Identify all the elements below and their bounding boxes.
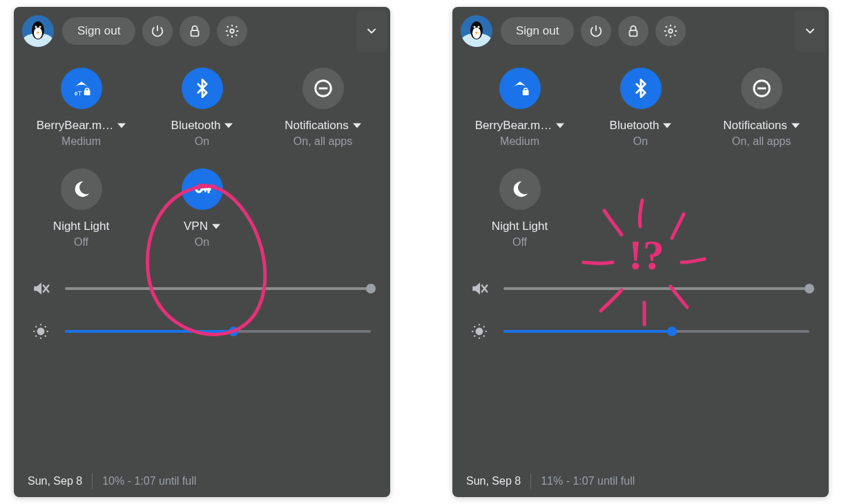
chevron-down-icon: [556, 122, 564, 130]
brightness-thumb[interactable]: [229, 327, 238, 336]
dnd-icon: [302, 68, 344, 109]
brightness-fill: [503, 330, 672, 333]
brightness-slider[interactable]: [65, 330, 371, 333]
status-footer: Sun, Sep 8 10% - 1:07 until full: [14, 474, 390, 489]
sign-out-button[interactable]: Sign out: [501, 17, 574, 45]
svg-point-25: [474, 26, 476, 28]
volume-mute-icon[interactable]: [29, 280, 52, 298]
toggle-nightlight-label: Night Light: [492, 220, 548, 233]
volume-mute-icon[interactable]: [468, 280, 491, 298]
footer-battery: 10% - 1:07 until full: [102, 475, 196, 487]
sliders-area: [14, 249, 390, 348]
svg-rect-9: [85, 88, 88, 91]
bluetooth-icon: [620, 68, 662, 109]
toggle-vpn[interactable]: VPN On: [142, 168, 262, 249]
toggle-notifications[interactable]: Notifications On, all apps: [262, 68, 383, 148]
svg-point-35: [477, 329, 483, 335]
chevron-down-icon: [791, 122, 800, 130]
settings-button[interactable]: [655, 16, 686, 46]
wifi-icon: 0⊤: [61, 68, 102, 109]
toggle-notifications[interactable]: Notifications On, all apps: [701, 68, 822, 148]
toggle-notifications-status: On, all apps: [732, 135, 791, 148]
toggle-nightlight[interactable]: Night Light Off: [459, 168, 580, 249]
toggle-notifications-label-row[interactable]: Notifications: [285, 119, 361, 133]
toggle-nightlight[interactable]: Night Light Off: [21, 168, 142, 249]
svg-rect-6: [191, 30, 199, 36]
toggle-notifications-label-row[interactable]: Notifications: [723, 119, 800, 133]
quick-toggles-grid: BerryBear.m… Medium Bluetooth On: [452, 55, 829, 249]
toggle-notifications-status: On, all apps: [294, 135, 352, 148]
settings-button[interactable]: [217, 16, 247, 46]
power-button[interactable]: [581, 16, 611, 46]
toggle-wifi-label-row[interactable]: BerryBear.m…: [37, 119, 126, 133]
lock-icon: [187, 23, 202, 39]
svg-point-26: [478, 26, 480, 28]
brightness-icon[interactable]: [29, 322, 52, 340]
svg-point-20: [38, 329, 44, 335]
nightlight-icon: [499, 168, 541, 210]
toggle-notifications-label: Notifications: [285, 119, 349, 133]
toggle-bluetooth-status: On: [633, 135, 648, 148]
toggle-bluetooth[interactable]: Bluetooth On: [142, 68, 262, 148]
svg-rect-30: [523, 88, 527, 91]
svg-rect-27: [630, 30, 637, 36]
brightness-fill: [65, 330, 233, 333]
user-avatar[interactable]: [22, 15, 54, 47]
toggle-wifi-label-row[interactable]: BerryBear.m…: [475, 119, 564, 133]
chevron-down-icon: [365, 24, 378, 38]
chevron-down-icon: [353, 122, 361, 130]
toggle-bluetooth[interactable]: Bluetooth On: [580, 68, 701, 148]
power-icon: [588, 23, 604, 39]
toggle-nightlight-status: Off: [512, 236, 527, 249]
volume-thumb[interactable]: [366, 284, 376, 293]
toggle-wifi[interactable]: 0⊤ BerryBear.m… Medium: [21, 68, 142, 148]
svg-rect-17: [204, 188, 206, 192]
footer-battery: 11% - 1:07 until full: [541, 475, 635, 487]
chevron-down-icon: [212, 222, 220, 231]
brightness-icon[interactable]: [468, 322, 491, 340]
brightness-slider-row: [468, 315, 809, 348]
toggle-bluetooth-label: Bluetooth: [171, 119, 221, 133]
toggle-notifications-label: Notifications: [723, 119, 787, 133]
toggle-wifi[interactable]: BerryBear.m… Medium: [459, 68, 580, 148]
toggle-wifi-label: BerryBear.m…: [37, 119, 113, 133]
brightness-slider-row: [29, 315, 371, 348]
toggle-bluetooth-label-row[interactable]: Bluetooth: [171, 119, 233, 133]
volume-slider[interactable]: [503, 287, 809, 290]
topbar: Sign out: [14, 7, 390, 55]
brightness-slider[interactable]: [503, 330, 809, 333]
chevron-down-icon: [117, 122, 126, 130]
collapse-button[interactable]: [356, 10, 387, 52]
quick-settings-panel-right: Sign out BerryBear.m…: [452, 7, 829, 497]
toggle-vpn-label-row[interactable]: VPN: [184, 220, 220, 233]
svg-point-4: [35, 26, 37, 28]
comparison-stage: Sign out 0⊤: [0, 0, 846, 504]
sign-out-label: Sign out: [77, 24, 120, 38]
brightness-thumb[interactable]: [667, 327, 677, 336]
volume-slider-row: [29, 272, 371, 305]
volume-slider-row: [468, 272, 809, 305]
svg-point-5: [39, 26, 41, 28]
footer-date: Sun, Sep 8: [466, 475, 521, 487]
toggle-wifi-status: Medium: [61, 135, 101, 148]
toggle-vpn-status: On: [195, 236, 209, 249]
lock-button[interactable]: [618, 16, 648, 46]
toggle-vpn-label: VPN: [184, 220, 208, 233]
volume-thumb[interactable]: [805, 284, 814, 293]
chevron-down-icon: [663, 122, 671, 130]
volume-slider[interactable]: [65, 287, 371, 290]
chevron-down-icon: [803, 24, 817, 38]
lock-button[interactable]: [180, 16, 210, 46]
power-button[interactable]: [142, 16, 173, 46]
gear-icon: [224, 23, 240, 39]
svg-point-14: [197, 188, 200, 191]
toggle-bluetooth-label-row[interactable]: Bluetooth: [610, 119, 672, 133]
svg-point-7: [231, 29, 235, 33]
toggle-nightlight-label-row: Night Light: [53, 220, 109, 233]
user-avatar[interactable]: [461, 15, 492, 47]
collapse-button[interactable]: [795, 10, 825, 52]
gear-icon: [663, 23, 678, 39]
svg-rect-16: [207, 188, 209, 193]
sign-out-button[interactable]: Sign out: [62, 17, 135, 45]
toggle-nightlight-label: Night Light: [53, 220, 109, 233]
